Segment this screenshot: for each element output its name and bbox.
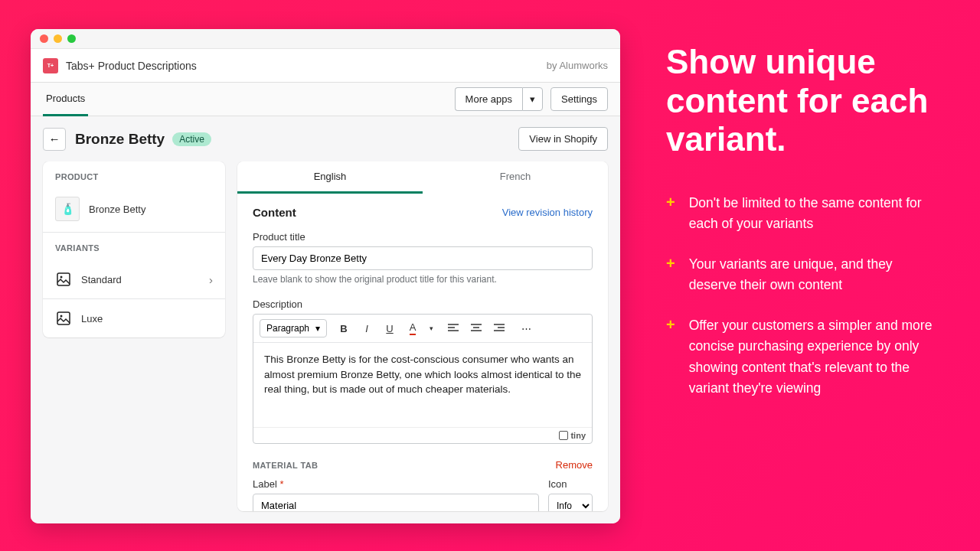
tab-label-input[interactable] — [253, 494, 539, 511]
align-center-button[interactable] — [466, 319, 486, 337]
variant-name: Standard — [81, 274, 200, 285]
bullet-item: +Offer your customers a simpler and more… — [666, 315, 942, 399]
more-apps-group: More apps ▾ — [455, 87, 543, 111]
tiny-branding: tiny — [559, 431, 586, 440]
svg-point-3 — [60, 315, 63, 318]
revision-history-link[interactable]: View revision history — [502, 207, 593, 218]
material-tab-header: MATERIAL TAB — [253, 461, 318, 470]
align-right-button[interactable] — [489, 319, 509, 337]
tab-label-label: Label * — [253, 478, 539, 490]
settings-button[interactable]: Settings — [550, 87, 608, 111]
app-window: T+ Tabs+ Product Descriptions by Alumwor… — [31, 29, 620, 523]
description-body[interactable]: This Bronze Betty is for the cost-consci… — [253, 343, 592, 427]
bullet-item: +Don't be limited to the same content fo… — [666, 193, 942, 234]
plus-icon: + — [666, 254, 675, 295]
svg-rect-0 — [57, 273, 70, 285]
product-title-input[interactable] — [253, 246, 593, 270]
more-apps-button[interactable]: More apps — [455, 87, 522, 111]
rich-text-editor: Paragraph▾ B I U A ▾ ⋯ — [253, 314, 593, 444]
editor-toolbar: Paragraph▾ B I U A ▾ ⋯ — [253, 315, 592, 343]
marketing-headline: Show unique content for each variant. — [666, 43, 942, 159]
app-byline: by Alumworks — [547, 60, 608, 71]
variant-row-luxe[interactable]: Luxe — [43, 299, 225, 337]
close-window-icon[interactable] — [40, 34, 48, 43]
chevron-right-icon: › — [209, 273, 213, 286]
mac-titlebar — [31, 29, 620, 49]
tab-products[interactable]: Products — [43, 83, 88, 116]
product-thumbnail: 🧴 — [55, 197, 80, 221]
bold-button[interactable]: B — [334, 319, 354, 337]
content-heading: Content — [253, 206, 296, 219]
language-tabs: English French — [237, 161, 608, 194]
product-name: Bronze Betty — [89, 204, 145, 215]
variant-name: Luxe — [81, 313, 213, 324]
description-label: Description — [253, 298, 593, 310]
status-badge: Active — [172, 132, 211, 146]
back-button[interactable]: ← — [43, 128, 66, 151]
marketing-bullets: +Don't be limited to the same content fo… — [666, 193, 942, 399]
product-title-label: Product title — [253, 231, 593, 243]
page-header: ← Bronze Betty Active View in Shopify — [31, 116, 620, 161]
page-title: Bronze Betty — [75, 131, 165, 148]
svg-point-1 — [60, 276, 63, 279]
variant-row-standard[interactable]: Standard › — [43, 260, 225, 298]
product-section-header: PRODUCT — [43, 161, 225, 189]
plus-icon: + — [666, 315, 675, 399]
marketing-panel: Show unique content for each variant. +D… — [620, 0, 980, 551]
product-title-hint: Leave blank to show the original product… — [253, 274, 593, 285]
minimize-window-icon[interactable] — [54, 34, 62, 43]
view-in-shopify-button[interactable]: View in Shopify — [518, 127, 608, 151]
align-left-button[interactable] — [443, 319, 463, 337]
variants-section-header: VARIANTS — [43, 233, 225, 260]
chevron-down-icon: ▾ — [315, 323, 320, 334]
app-logo-icon: T+ — [43, 58, 58, 73]
svg-rect-2 — [57, 312, 70, 324]
tab-icon-label: Icon — [548, 478, 593, 490]
plus-icon: + — [666, 193, 675, 234]
maximize-window-icon[interactable] — [67, 34, 76, 43]
side-card: PRODUCT 🧴 Bronze Betty VARIANTS Standard… — [43, 161, 225, 337]
format-selector[interactable]: Paragraph▾ — [260, 319, 327, 337]
app-bar: T+ Tabs+ Product Descriptions by Alumwor… — [31, 49, 620, 83]
underline-button[interactable]: U — [380, 319, 400, 337]
more-apps-dropdown[interactable]: ▾ — [522, 87, 543, 111]
product-row[interactable]: 🧴 Bronze Betty — [43, 189, 225, 232]
image-icon — [55, 271, 72, 288]
tab-icon-select[interactable]: Info — [548, 494, 593, 511]
text-color-button[interactable]: A — [403, 319, 423, 337]
app-title: Tabs+ Product Descriptions — [66, 60, 197, 72]
more-options-button[interactable]: ⋯ — [516, 319, 536, 337]
image-icon — [55, 310, 72, 327]
editor-panel: English French Content View revision his… — [237, 161, 608, 511]
tab-french[interactable]: French — [423, 161, 608, 194]
remove-tab-button[interactable]: Remove — [556, 459, 593, 471]
tab-english[interactable]: English — [237, 161, 423, 194]
top-nav: Products More apps ▾ Settings — [31, 83, 620, 116]
color-dropdown[interactable]: ▾ — [426, 319, 436, 337]
italic-button[interactable]: I — [357, 319, 377, 337]
bullet-item: +Your variants are unique, and they dese… — [666, 254, 942, 295]
